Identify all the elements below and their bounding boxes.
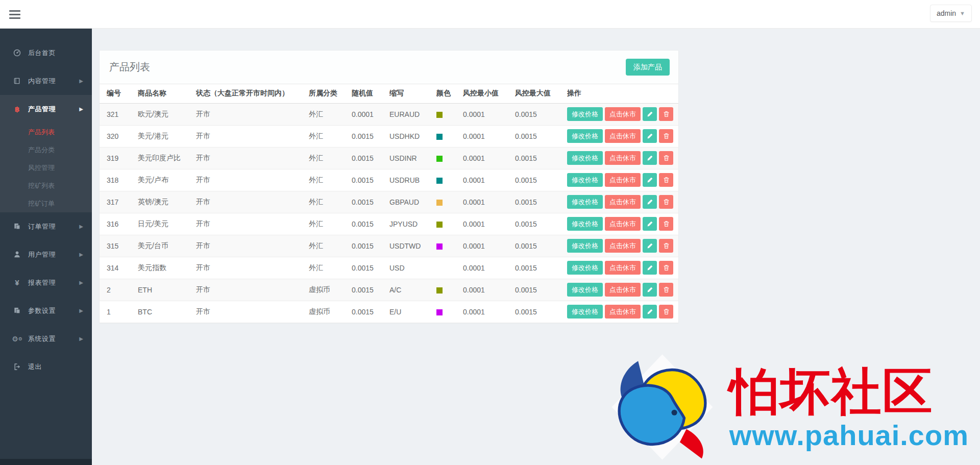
cell-category: 外汇 [309, 213, 352, 235]
cell-color [436, 103, 463, 125]
close-market-button[interactable]: 点击休市 [605, 107, 641, 121]
delete-button[interactable] [659, 129, 673, 143]
trash-icon [663, 133, 670, 139]
chevron-right-icon: ▶ [79, 224, 83, 229]
edit-button[interactable] [643, 283, 657, 297]
sidebar-item-dashboard[interactable]: 后台首页 [0, 39, 92, 67]
cell-status: 开市 [196, 103, 309, 125]
cell-color [436, 213, 463, 235]
delete-button[interactable] [659, 217, 673, 231]
cell-risk-max: 0.0015 [515, 191, 567, 213]
pencil-icon [647, 286, 653, 293]
user-dropdown[interactable]: admin ▼ [930, 5, 972, 22]
watermark-title: 怕坏社区 [729, 367, 934, 417]
modify-price-button[interactable]: 修改价格 [567, 283, 603, 297]
close-market-button[interactable]: 点击休市 [605, 217, 641, 231]
close-market-button[interactable]: 点击休市 [605, 283, 641, 297]
close-market-button[interactable]: 点击休市 [605, 173, 641, 187]
cell-status: 开市 [196, 213, 309, 235]
sidebar-subitem-mining-orders[interactable]: 挖矿订单 [0, 194, 92, 212]
color-swatch [436, 222, 443, 228]
cell-risk-min: 0.0001 [463, 213, 515, 235]
table-row: 318 美元/卢布 开市 外汇 0.0015 USDRUB 0.0001 0.0… [100, 169, 678, 191]
cell-actions: 修改价格 点击休市 [567, 301, 678, 323]
cell-category: 外汇 [309, 235, 352, 257]
sidebar-item-users[interactable]: 用户管理 ▶ [0, 240, 92, 268]
modify-price-button[interactable]: 修改价格 [567, 151, 603, 165]
hamburger-menu-icon[interactable] [9, 8, 22, 20]
delete-button[interactable] [659, 173, 673, 187]
edit-button[interactable] [643, 195, 657, 209]
cell-risk-min: 0.0001 [463, 169, 515, 191]
edit-button[interactable] [643, 217, 657, 231]
modify-price-button[interactable]: 修改价格 [567, 261, 603, 275]
edit-button[interactable] [643, 239, 657, 253]
cell-code: A/C [389, 279, 436, 301]
sidebar-item-content[interactable]: 内容管理 ▶ [0, 67, 92, 95]
sidebar-item-logout[interactable]: 退出 [0, 353, 92, 381]
trash-icon [663, 286, 670, 293]
watermark: 怕坏社区 www.pahuai.com [602, 352, 969, 464]
cell-actions: 修改价格 点击休市 [567, 103, 678, 125]
delete-button[interactable] [659, 261, 673, 275]
cell-category: 外汇 [309, 169, 352, 191]
logout-icon [13, 363, 21, 371]
modify-price-button[interactable]: 修改价格 [567, 239, 603, 253]
cell-risk-min: 0.0001 [463, 279, 515, 301]
edit-button[interactable] [643, 151, 657, 165]
modify-price-button[interactable]: 修改价格 [567, 305, 603, 319]
edit-button[interactable] [643, 107, 657, 121]
close-market-button[interactable]: 点击休市 [605, 239, 641, 253]
sidebar-subitem-risk-control[interactable]: 风控管理 [0, 159, 92, 177]
cell-risk-min: 0.0001 [463, 147, 515, 169]
cell-risk-min: 0.0001 [463, 103, 515, 125]
sidebar-item-orders[interactable]: 订单管理 ▶ [0, 212, 92, 240]
modify-price-button[interactable]: 修改价格 [567, 107, 603, 121]
add-product-button[interactable]: 添加产品 [626, 59, 670, 76]
yen-icon: ¥ [13, 278, 21, 287]
dashboard-icon [13, 49, 21, 57]
cell-risk-max: 0.0015 [515, 213, 567, 235]
sidebar-subitem-mining-list[interactable]: 挖矿列表 [0, 177, 92, 194]
close-market-button[interactable]: 点击休市 [605, 305, 641, 319]
close-market-button[interactable]: 点击休市 [605, 151, 641, 165]
sidebar-item-reports[interactable]: ¥ 报表管理 ▶ [0, 268, 92, 297]
edit-button[interactable] [643, 129, 657, 143]
color-swatch [436, 112, 443, 118]
delete-button[interactable] [659, 195, 673, 209]
cell-name: 美元/卢布 [138, 169, 196, 191]
cell-color [436, 191, 463, 213]
cell-code: USDRUB [389, 169, 436, 191]
edit-button[interactable] [643, 261, 657, 275]
sidebar-subitem-product-list[interactable]: 产品列表 [0, 123, 92, 141]
sidebar-item-params[interactable]: 参数设置 ▶ [0, 297, 92, 325]
close-market-button[interactable]: 点击休市 [605, 195, 641, 209]
trash-icon [663, 111, 670, 117]
close-market-button[interactable]: 点击休市 [605, 261, 641, 275]
cell-name: 英镑/澳元 [138, 191, 196, 213]
delete-button[interactable] [659, 305, 673, 319]
pencil-icon [647, 155, 653, 161]
sidebar-item-products[interactable]: ฿ 产品管理 ▶ [0, 95, 92, 123]
delete-button[interactable] [659, 151, 673, 165]
modify-price-button[interactable]: 修改价格 [567, 217, 603, 231]
delete-button[interactable] [659, 107, 673, 121]
delete-button[interactable] [659, 283, 673, 297]
chevron-right-icon: ▶ [79, 336, 83, 341]
edit-button[interactable] [643, 173, 657, 187]
sidebar-bottom-strip [0, 459, 92, 465]
edit-button[interactable] [643, 305, 657, 319]
modify-price-button[interactable]: 修改价格 [567, 195, 603, 209]
modify-price-button[interactable]: 修改价格 [567, 129, 603, 143]
cell-id: 318 [100, 169, 138, 191]
sidebar-subitem-product-category[interactable]: 产品分类 [0, 141, 92, 159]
cell-code: JPYUSD [389, 213, 436, 235]
delete-button[interactable] [659, 239, 673, 253]
sidebar: 后台首页 内容管理 ▶ ฿ 产品管理 ▶ 产品列表 产品分类 风控管理 挖矿列表… [0, 29, 92, 465]
modify-price-button[interactable]: 修改价格 [567, 173, 603, 187]
sidebar-item-label: 参数设置 [28, 306, 56, 315]
sidebar-item-system[interactable]: ⚙⚙ 系统设置 ▶ [0, 325, 92, 353]
close-market-button[interactable]: 点击休市 [605, 129, 641, 143]
cell-category: 虚拟币 [309, 301, 352, 323]
cell-status: 开市 [196, 301, 309, 323]
